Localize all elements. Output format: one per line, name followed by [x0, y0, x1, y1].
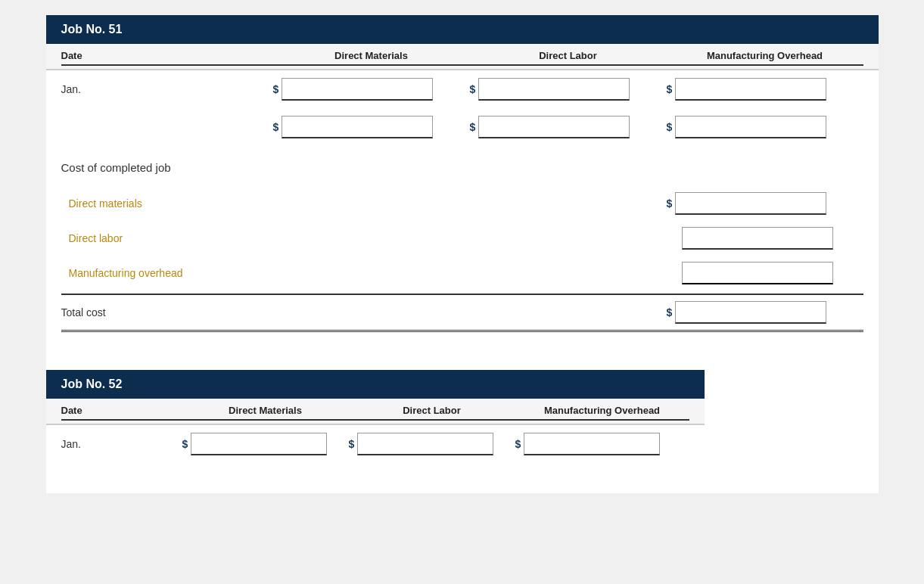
job51-dl-header: Direct Labor — [470, 50, 667, 66]
dollar-sign-icon: $ — [667, 197, 673, 210]
cost-moh-cell — [667, 262, 863, 284]
job51-moh-header: Manufacturing Overhead — [667, 50, 863, 66]
cost-direct-labor-cell — [667, 227, 863, 250]
cost-section: Cost of completed job Direct materials $… — [46, 146, 879, 340]
job51-header: Job No. 51 — [46, 15, 879, 44]
job52-date-header: Date — [61, 405, 182, 421]
dollar-sign-icon: $ — [667, 83, 673, 95]
job51-row1-dm-input[interactable] — [282, 78, 433, 101]
job51-dm-header: Direct Materials — [273, 50, 470, 66]
job52-moh-header: Manufacturing Overhead — [515, 405, 689, 421]
cost-direct-materials-input[interactable] — [675, 192, 826, 215]
job51-row1-moh-input[interactable] — [675, 78, 826, 101]
dollar-sign-icon: $ — [182, 438, 188, 450]
cost-direct-materials-row: Direct materials $ — [69, 186, 863, 221]
job51-row1-dl-input[interactable] — [478, 78, 630, 101]
cost-moh-input[interactable] — [682, 262, 833, 284]
job51-section: Job No. 51 Date Direct Materials Direct … — [46, 15, 879, 340]
job51-row2-dm-cell: $ — [273, 116, 470, 138]
job51-row1-dl-cell: $ — [470, 78, 667, 101]
table-row: Jan. $ $ $ — [61, 70, 863, 108]
job52-row1-dm-input[interactable] — [191, 433, 327, 455]
job51-row1-moh-cell: $ — [667, 78, 863, 101]
total-cost-cell: $ — [667, 301, 863, 324]
cost-direct-labor-input[interactable] — [682, 227, 833, 250]
total-cost-input[interactable] — [675, 301, 826, 324]
job52-column-headers: Date Direct Materials Direct Labor Manuf… — [46, 399, 705, 425]
job52-data-rows: Jan. $ $ $ — [46, 425, 705, 463]
job52-row1-dl-input[interactable] — [357, 433, 493, 455]
job52-dm-header: Direct Materials — [182, 405, 349, 421]
job51-row2-dl-cell: $ — [470, 116, 667, 138]
dollar-sign-icon: $ — [273, 121, 279, 133]
dollar-sign-icon: $ — [470, 121, 476, 133]
dollar-sign-icon: $ — [667, 306, 673, 318]
cost-section-title: Cost of completed job — [61, 161, 863, 174]
job51-column-headers: Date Direct Materials Direct Labor Manuf… — [46, 44, 879, 70]
table-row: Jan. $ $ $ — [61, 425, 689, 463]
job51-row2-moh-cell: $ — [667, 116, 863, 138]
job52-section: Job No. 52 Date Direct Materials Direct … — [46, 370, 705, 463]
cost-direct-materials-cell: $ — [667, 192, 863, 215]
dollar-sign-icon: $ — [515, 438, 521, 450]
job52-row1-moh-input[interactable] — [524, 433, 660, 455]
total-cost-row: Total cost $ — [61, 294, 863, 332]
section-divider — [46, 340, 879, 370]
cost-direct-labor-label: Direct labor — [69, 232, 667, 244]
dollar-sign-icon: $ — [667, 121, 673, 133]
job51-row2-moh-input[interactable] — [675, 116, 826, 138]
cost-moh-row: Manufacturing overhead — [69, 256, 863, 290]
job51-date-header: Date — [61, 50, 273, 66]
job51-title: Job No. 51 — [61, 23, 123, 36]
job51-row1-date: Jan. — [61, 83, 273, 95]
cost-moh-label: Manufacturing overhead — [69, 267, 667, 279]
table-row: $ $ $ — [61, 108, 863, 146]
job52-dl-header: Direct Labor — [349, 405, 515, 421]
job52-row1-moh-cell: $ — [515, 433, 689, 455]
job51-row2-dl-input[interactable] — [478, 116, 630, 138]
job52-header: Job No. 52 — [46, 370, 705, 399]
job52-title: Job No. 52 — [61, 377, 123, 390]
page-container: Job No. 51 Date Direct Materials Direct … — [46, 15, 879, 493]
job52-row1-dm-cell: $ — [182, 433, 349, 455]
job51-data-rows: Jan. $ $ $ $ — [46, 70, 879, 146]
dollar-sign-icon: $ — [470, 83, 476, 95]
dollar-sign-icon: $ — [349, 438, 355, 450]
total-cost-label: Total cost — [61, 306, 667, 318]
cost-direct-materials-label: Direct materials — [69, 197, 667, 210]
dollar-sign-icon: $ — [273, 83, 279, 95]
job52-row1-dl-cell: $ — [349, 433, 515, 455]
job52-row1-date: Jan. — [61, 438, 182, 450]
job51-row1-dm-cell: $ — [273, 78, 470, 101]
cost-direct-labor-row: Direct labor — [69, 221, 863, 256]
job51-row2-dm-input[interactable] — [282, 116, 433, 138]
